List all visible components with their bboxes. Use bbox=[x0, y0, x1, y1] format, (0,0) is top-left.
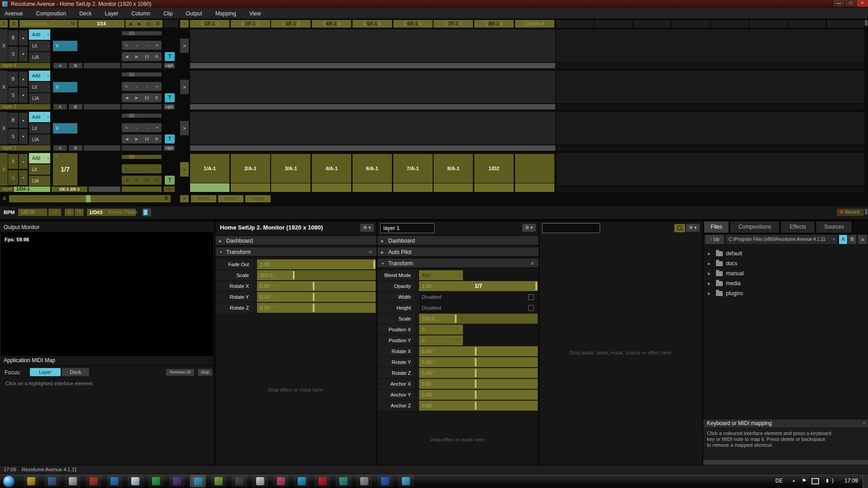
composition-beat-display[interactable]: 1/14 bbox=[78, 20, 124, 28]
taskbar-teal-app-icon[interactable] bbox=[336, 475, 351, 487]
menu-view[interactable]: View bbox=[249, 10, 268, 17]
clip-position-bar[interactable] bbox=[122, 155, 162, 159]
grid-scrollbar-thumb[interactable] bbox=[865, 20, 868, 26]
menu-clip[interactable]: Clip bbox=[163, 10, 180, 17]
pause-icon[interactable] bbox=[147, 22, 150, 26]
alpha-button[interactable]: Alph bbox=[164, 104, 175, 110]
param-value-area[interactable]: 0.00 ° bbox=[257, 292, 376, 302]
chevron-right-icon[interactable]: ▶ bbox=[708, 292, 711, 296]
hold-icon[interactable]: ⇥ bbox=[155, 43, 159, 48]
column-header-1[interactable]: C1/F-1 1 bbox=[190, 20, 229, 28]
clip-cell-8/A-1[interactable]: 8/A-1 bbox=[434, 154, 473, 183]
slider-handle[interactable] bbox=[313, 304, 315, 312]
up-directory-button[interactable]: ↑ Up bbox=[705, 235, 724, 244]
play-icon[interactable]: ▶ bbox=[135, 137, 138, 141]
layer-bypass-button[interactable]: B bbox=[8, 30, 18, 45]
taskbar-explorer-icon[interactable] bbox=[24, 475, 39, 487]
hold-icon[interactable]: ⇥ bbox=[155, 167, 159, 171]
tab-compositions[interactable]: Compositions bbox=[730, 221, 780, 233]
layer-name-label[interactable]: layer 3 bbox=[0, 104, 50, 110]
layer-bypass-button[interactable]: B bbox=[8, 154, 18, 169]
language-indicator[interactable]: DE bbox=[775, 478, 783, 484]
taskbar-gray-app-icon[interactable] bbox=[357, 475, 372, 487]
layer-down-icon[interactable]: ▼ bbox=[19, 47, 28, 62]
folder-item-media[interactable]: ▶media bbox=[703, 278, 868, 288]
start-button[interactable] bbox=[3, 475, 15, 488]
layer-lit-dropdown[interactable]: Lit▾ bbox=[29, 123, 50, 134]
alpha-button[interactable]: Alph bbox=[164, 187, 175, 192]
layer-lit-dropdown[interactable]: Lit▾ bbox=[29, 41, 50, 51]
play-once-icon[interactable]: → bbox=[145, 125, 149, 130]
param-checkbox[interactable] bbox=[528, 305, 534, 311]
slider-handle[interactable] bbox=[475, 402, 477, 410]
layer-solo-button[interactable]: S bbox=[8, 170, 18, 185]
stop-button[interactable]: Stop bbox=[198, 369, 212, 376]
bounce-icon[interactable]: ↔ bbox=[134, 84, 138, 89]
layer-a-button[interactable]: A bbox=[53, 63, 67, 68]
crossfader-arrow[interactable]: > bbox=[180, 195, 189, 202]
loop-icon[interactable]: ↻ bbox=[125, 43, 129, 48]
param-value-area[interactable]: 1.00 bbox=[257, 259, 376, 269]
column-header-3[interactable]: C3/F-1 3 bbox=[271, 20, 310, 28]
taskbar-skype-icon[interactable] bbox=[294, 475, 310, 487]
play-icon[interactable]: ▶ bbox=[138, 20, 141, 28]
close-icon[interactable]: × bbox=[863, 421, 865, 426]
layer-bypass-button[interactable]: B bbox=[8, 113, 18, 128]
empty-clip-button[interactable]: empty bbox=[245, 195, 271, 202]
pause-icon[interactable] bbox=[145, 178, 148, 182]
play-once-icon[interactable]: → bbox=[145, 43, 149, 48]
layer-lia-dropdown[interactable]: LIA▾ bbox=[29, 93, 50, 104]
prev-icon[interactable]: ◀ bbox=[125, 54, 129, 59]
column-header-5[interactable]: C5/F-1 5 bbox=[353, 20, 392, 28]
bounce-icon[interactable]: ↔ bbox=[134, 125, 138, 130]
layer-name-label[interactable]: layer1/D#-1 bbox=[0, 187, 50, 192]
menu-deck[interactable]: Deck bbox=[79, 10, 98, 17]
param-value-area[interactable]: 0.00 bbox=[419, 379, 538, 389]
crossfader-handle[interactable] bbox=[86, 195, 91, 202]
taskbar-quicktime-icon[interactable] bbox=[169, 475, 185, 487]
slider-handle[interactable] bbox=[475, 380, 477, 388]
crossfader-b-label[interactable]: B bbox=[165, 196, 168, 201]
stepper-buttons[interactable]: - + bbox=[449, 335, 460, 345]
layer-name-label[interactable]: layer 4 bbox=[0, 63, 50, 68]
path-dropdown[interactable]: C:\Program Files (x86)\Resolume Avenue 4… bbox=[726, 235, 837, 244]
layer-blend-dropdown[interactable]: Add▾ bbox=[29, 71, 50, 81]
param-value-area[interactable]: 0.00 ° bbox=[257, 281, 376, 291]
alpha-button[interactable]: Alph bbox=[164, 145, 175, 151]
thumbnail-toggle-button[interactable]: T bbox=[165, 176, 175, 185]
layer-trigger-arrow[interactable]: > bbox=[180, 38, 189, 53]
taskbar-green-app-icon[interactable] bbox=[211, 475, 226, 487]
folder-item-manual[interactable]: ▶manual bbox=[703, 268, 868, 278]
bpm-value[interactable]: 120.00 bbox=[18, 209, 47, 216]
layer-solo-button[interactable]: S bbox=[8, 129, 18, 144]
maximize-button[interactable]: □ bbox=[844, 0, 857, 7]
beat-snap-button[interactable]: B bbox=[155, 178, 158, 182]
tray-expand-icon[interactable]: ▲ bbox=[792, 478, 796, 483]
layer-up-icon[interactable]: ▲ bbox=[19, 30, 28, 45]
taskbar-spotify-icon[interactable] bbox=[148, 475, 164, 487]
menu-column[interactable]: Column bbox=[132, 10, 157, 17]
play-icon[interactable]: ▶ bbox=[135, 96, 138, 100]
play-once-icon[interactable]: → bbox=[145, 84, 149, 89]
prev-icon[interactable]: ◀ bbox=[125, 96, 129, 100]
clip-position-bar[interactable] bbox=[122, 114, 162, 118]
alpha-button[interactable]: Alph bbox=[164, 63, 175, 68]
layer-b-button[interactable]: B bbox=[69, 145, 82, 151]
layer-lit-dropdown[interactable]: Lit▾ bbox=[29, 164, 50, 175]
minimize-button[interactable]: — bbox=[833, 0, 845, 7]
param-value-area[interactable]: 0.00 bbox=[419, 401, 538, 411]
layer-trigger-arrow[interactable]: > bbox=[180, 121, 189, 135]
focus-layer-button[interactable]: Layer bbox=[30, 368, 61, 376]
header-x-button[interactable]: X bbox=[0, 20, 8, 28]
loop-icon[interactable]: ↻ bbox=[125, 125, 129, 130]
layer-b-button[interactable]: B bbox=[69, 104, 82, 110]
taskbar-cyan-app-icon[interactable] bbox=[398, 475, 414, 487]
clip-row-empty[interactable] bbox=[190, 29, 555, 62]
loop-icon[interactable]: ↻ bbox=[125, 167, 129, 171]
layer-a-button[interactable]: A bbox=[53, 145, 67, 151]
param-slider[interactable]: 0.00 ° bbox=[257, 292, 376, 302]
slider-handle[interactable] bbox=[475, 391, 477, 399]
folder-item-default[interactable]: ▶default bbox=[703, 249, 868, 258]
chevron-right-icon[interactable]: ▶ bbox=[708, 272, 711, 276]
layer-down-icon[interactable]: ▼ bbox=[19, 88, 28, 103]
